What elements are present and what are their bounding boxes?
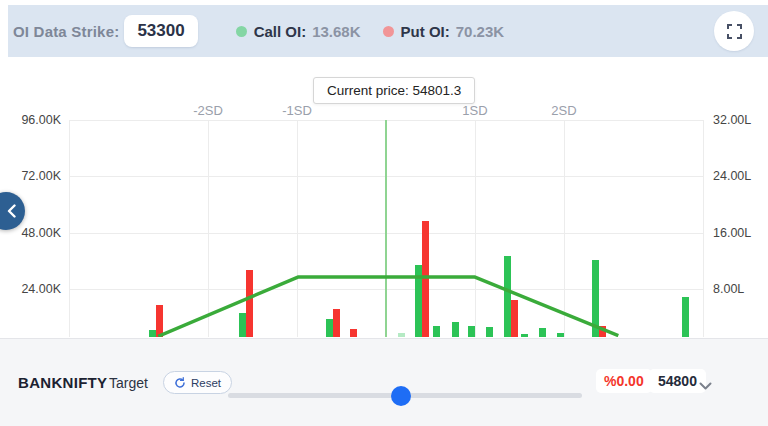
reset-button-label: Reset [191,377,221,389]
current-price-tooltip: Current price: 54801.3 [313,77,475,104]
put-oi-legend: Put OI: 70.23K [383,23,505,40]
put-oi-value: 70.23K [456,23,504,40]
refresh-icon [174,377,186,389]
fullscreen-icon [727,24,742,39]
reset-button[interactable]: Reset [163,371,232,394]
strike-field-label: OI Data Strike: [13,23,119,40]
fullscreen-button[interactable] [714,11,754,51]
oi-chart[interactable]: 96.00K32.00L72.00K24.00L48.00K16.00L24.0… [0,57,768,337]
call-oi-dot-icon [236,26,247,37]
chevron-down-icon[interactable] [699,377,712,395]
symbol-label: BANKNIFTY [18,374,107,391]
target-slider[interactable] [228,385,582,409]
put-oi-dot-icon [383,26,394,37]
chevron-left-icon [7,204,16,218]
price-select[interactable]: 54800 [649,369,706,393]
strike-value-box[interactable]: 53300 [124,15,197,47]
call-oi-value: 13.68K [312,23,360,40]
oi-analysis-widget: OI Data Strike: 53300 Call OI: 13.68K Pu… [0,0,768,426]
chart-header: OI Data Strike: 53300 Call OI: 13.68K Pu… [8,5,768,57]
call-oi-legend: Call OI: 13.68K [236,23,361,40]
put-oi-label: Put OI: [401,23,450,40]
target-label: Target [109,375,148,391]
change-percent-badge: %0.00 [596,369,652,393]
slider-handle[interactable] [391,386,411,406]
call-oi-label: Call OI: [254,23,307,40]
